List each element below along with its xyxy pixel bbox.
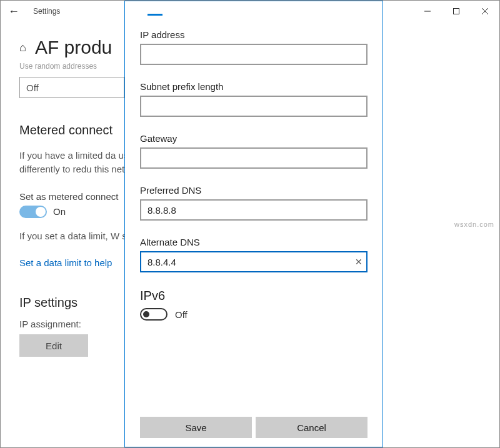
metered-toggle-label: On: [53, 206, 66, 217]
window-controls: [413, 1, 499, 22]
random-addresses-select[interactable]: Off: [19, 77, 124, 98]
gateway-field: Gateway: [140, 133, 368, 169]
close-button[interactable]: [471, 1, 499, 22]
preferred-dns-field: Preferred DNS: [140, 185, 368, 221]
alternate-dns-label: Alternate DNS: [140, 237, 368, 247]
ip-address-label: IP address: [140, 29, 368, 40]
alternate-dns-input[interactable]: [140, 251, 368, 272]
subnet-input[interactable]: [140, 96, 368, 117]
ip-address-field: IP address: [140, 29, 368, 65]
ipv6-toggle[interactable]: [140, 308, 168, 321]
cancel-button[interactable]: Cancel: [256, 417, 368, 438]
edit-button[interactable]: Edit: [19, 334, 88, 357]
page-title: AF produ: [35, 37, 112, 58]
subnet-field: Subnet prefix length: [140, 81, 368, 117]
maximize-button[interactable]: [442, 1, 471, 22]
window-title: Settings: [33, 7, 60, 16]
watermark: wsxdn.com: [454, 221, 494, 228]
back-button[interactable]: ←: [8, 6, 19, 17]
subnet-label: Subnet prefix length: [140, 81, 368, 92]
save-button[interactable]: Save: [140, 417, 252, 438]
tab-indicator: [148, 14, 162, 16]
home-icon[interactable]: ⌂: [19, 41, 26, 54]
ipv6-heading: IPv6: [140, 289, 368, 303]
svg-rect-1: [454, 9, 459, 14]
ip-address-input[interactable]: [140, 44, 368, 65]
clear-input-icon[interactable]: ✕: [355, 257, 362, 267]
minimize-button[interactable]: [413, 1, 442, 22]
ip-settings-dialog: IP address Subnet prefix length Gateway …: [124, 1, 383, 447]
alternate-dns-field: Alternate DNS ✕: [140, 237, 368, 272]
ipv6-toggle-label: Off: [175, 309, 188, 320]
preferred-dns-input[interactable]: [140, 199, 368, 221]
gateway-input[interactable]: [140, 147, 368, 169]
metered-toggle[interactable]: [19, 206, 47, 218]
ip-assignment-label: IP assignment:: [19, 319, 81, 329]
gateway-label: Gateway: [140, 133, 368, 144]
preferred-dns-label: Preferred DNS: [140, 185, 368, 196]
